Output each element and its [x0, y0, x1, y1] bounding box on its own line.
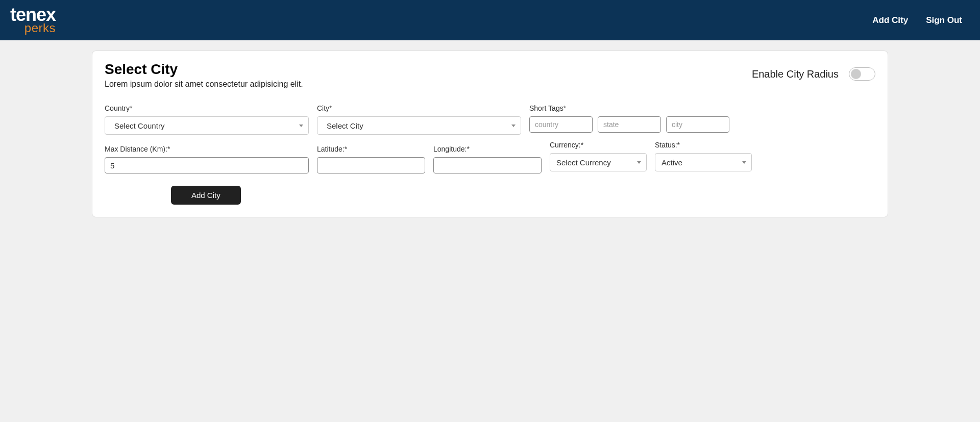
currency-status-row: Currency:* Select Currency Status:* Acti…: [550, 141, 752, 171]
chevron-down-icon: [511, 125, 516, 127]
currency-selected: Select Currency: [556, 158, 611, 167]
nav-sign-out[interactable]: Sign Out: [926, 15, 962, 26]
toggle-knob: [851, 69, 861, 79]
status-select[interactable]: Active: [655, 153, 752, 171]
city-label: City*: [317, 104, 521, 112]
tag-state-input[interactable]: [598, 116, 661, 133]
content-wrap: Select City Lorem ipsum dolor sit amet c…: [0, 40, 980, 228]
max-distance-label: Max Distance (Km):*: [105, 145, 309, 153]
form-row-1: Country* Select Country City* Select Cit…: [105, 104, 875, 135]
enable-radius-toggle[interactable]: [849, 67, 875, 81]
currency-status-block: Currency:* Select Currency Status:* Acti…: [550, 141, 752, 173]
latitude-input[interactable]: [317, 157, 425, 173]
nav-add-city[interactable]: Add City: [872, 15, 908, 26]
chevron-down-icon: [299, 125, 303, 127]
country-field: Country* Select Country: [105, 104, 309, 135]
header-nav: Add City Sign Out: [872, 15, 962, 26]
country-label: Country*: [105, 104, 309, 112]
tags-wrap: [529, 116, 729, 133]
toggle-wrap: Enable City Radius: [752, 67, 875, 81]
tag-city-input[interactable]: [666, 116, 729, 133]
header-bar: tenex perks Add City Sign Out: [0, 0, 980, 40]
longitude-input[interactable]: [433, 157, 542, 173]
status-label: Status:*: [655, 141, 752, 149]
max-distance-input[interactable]: [105, 157, 309, 173]
max-distance-field: Max Distance (Km):*: [105, 145, 309, 173]
status-selected: Active: [662, 158, 682, 167]
page-subtitle: Lorem ipsum dolor sit amet consectetur a…: [105, 80, 303, 89]
chevron-down-icon: [742, 161, 746, 164]
logo: tenex perks: [10, 8, 56, 33]
card-title-block: Select City Lorem ipsum dolor sit amet c…: [105, 61, 303, 89]
longitude-label: Longitude:*: [433, 145, 542, 153]
form-row-2: Max Distance (Km):* Latitude:* Longitude…: [105, 145, 875, 173]
toggle-label: Enable City Radius: [752, 68, 839, 80]
currency-label: Currency:*: [550, 141, 647, 149]
country-selected: Select Country: [114, 121, 164, 130]
latitude-label: Latitude:*: [317, 145, 425, 153]
card-header: Select City Lorem ipsum dolor sit amet c…: [105, 61, 875, 89]
city-select[interactable]: Select City: [317, 116, 521, 135]
tag-country-input[interactable]: [529, 116, 593, 133]
latitude-field: Latitude:*: [317, 145, 425, 173]
chevron-down-icon: [637, 161, 641, 164]
add-city-button[interactable]: Add City: [171, 186, 241, 205]
longitude-field: Longitude:*: [433, 145, 542, 173]
currency-select[interactable]: Select Currency: [550, 153, 647, 171]
status-field: Status:* Active: [655, 141, 752, 171]
country-select[interactable]: Select Country: [105, 116, 309, 135]
short-tags-label: Short Tags*: [529, 104, 729, 112]
city-field: City* Select City: [317, 104, 521, 135]
short-tags-field: Short Tags*: [529, 104, 729, 135]
city-selected: Select City: [327, 121, 363, 130]
select-city-card: Select City Lorem ipsum dolor sit amet c…: [92, 51, 888, 217]
currency-field: Currency:* Select Currency: [550, 141, 647, 171]
page-title: Select City: [105, 61, 303, 78]
